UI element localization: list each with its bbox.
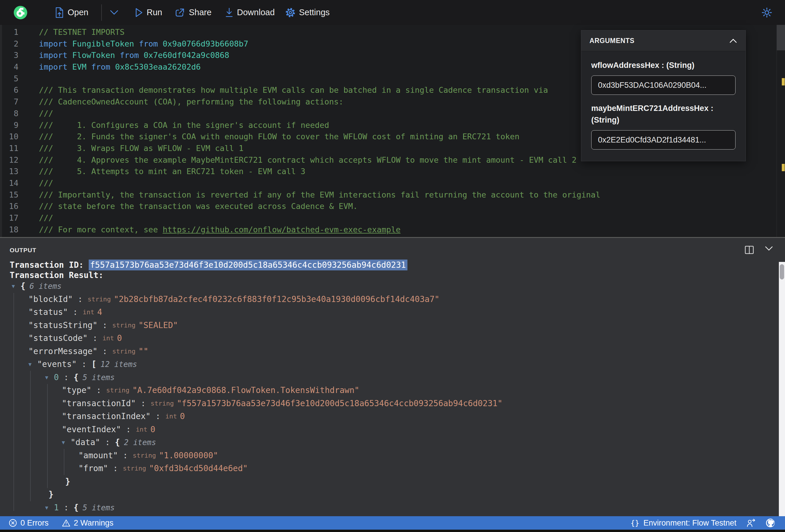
share-label: Share	[189, 8, 211, 17]
line-number: 16	[0, 200, 19, 212]
chevron-up-icon[interactable]	[729, 38, 737, 43]
expand-toggle-icon[interactable]: ▼	[28, 358, 35, 371]
indent-guide	[47, 384, 48, 488]
collapse-output-chevron-icon[interactable]	[764, 246, 773, 254]
json-row: "type" : string"A.7e60df042a9c0868.FlowT…	[0, 384, 779, 397]
open-button[interactable]: Open	[55, 7, 88, 18]
line-number: 2	[0, 38, 19, 50]
json-row: "eventIndex" : int0	[0, 423, 779, 436]
argument-label-maybeMintERC721AddressHex: maybeMintERC721AddressHex : (String)	[591, 102, 736, 126]
code-line: 16/// state before the transaction was e…	[0, 200, 785, 212]
open-dropdown-chevron-icon[interactable]	[109, 9, 119, 16]
warning-marker	[782, 78, 785, 85]
line-number: 5	[0, 73, 19, 84]
json-row: "type" : string"A.7e60df042a9c0868..."	[0, 514, 779, 516]
code-line: 17///	[0, 212, 785, 224]
json-row: "amount" : string"1.00000000"	[0, 449, 779, 462]
code-line: 14///	[0, 177, 785, 189]
settings-button[interactable]: Settings	[285, 8, 330, 18]
json-tree: ▼{6 items"blockId" : string"2b28cbfb87da…	[0, 280, 779, 516]
json-row: "statusCode" : int0	[0, 332, 779, 345]
download-button[interactable]: Download	[225, 8, 275, 18]
line-number: 6	[0, 84, 19, 96]
status-bar: 0 Errors 2 Warnings {} Environment: Flow…	[0, 516, 785, 530]
line-number: 18	[0, 224, 19, 235]
code-line: 18/// For more context, see https://gith…	[0, 224, 785, 235]
line-number: 17	[0, 212, 19, 224]
transaction-id-value[interactable]: f557a1573b76aa53e73d46f3e10d200d5c18a653…	[89, 259, 407, 270]
line-number: 1	[0, 26, 19, 38]
code-link[interactable]: https://github.com/onflow/batched-evm-ex…	[163, 225, 401, 234]
download-icon	[225, 8, 233, 18]
output-panel: OUTPUT Transaction ID: f557a1573b76aa53e…	[0, 238, 785, 516]
error-circle-x-icon	[9, 519, 17, 527]
transaction-result-label: Transaction Result:	[10, 270, 103, 280]
arguments-header: ARGUMENTS	[581, 30, 745, 51]
json-row: "status" : int4	[0, 306, 779, 319]
json-row: "errorMessage" : string""	[0, 345, 779, 358]
feedback-person-icon[interactable]	[746, 518, 756, 527]
expand-toggle-icon[interactable]: ▼	[62, 436, 68, 449]
output-scrollbar-thumb[interactable]	[780, 264, 784, 279]
indent-guide	[30, 371, 31, 501]
expand-toggle-icon[interactable]: ▼	[12, 280, 18, 293]
theme-toggle-sun-icon[interactable]	[762, 7, 772, 18]
line-number: 13	[0, 166, 19, 177]
arguments-panel: ARGUMENTS wflowAddressHex : (String) 0xd…	[581, 30, 746, 161]
transaction-id-label: Transaction ID:	[10, 260, 89, 270]
json-row: "from" : string"0xfd3b4cd50d44e6ed"	[0, 462, 779, 475]
github-icon[interactable]	[766, 518, 775, 528]
gear-icon	[285, 8, 295, 18]
warning-triangle-icon	[62, 519, 70, 527]
json-row: ▼"data" : {2 items	[0, 436, 779, 449]
code-line: 13/// 5. Attempts to mint an ERC721 toke…	[0, 166, 785, 177]
warnings-label: 2 Warnings	[74, 518, 113, 528]
environment-status[interactable]: {} Environment: Flow Testnet	[630, 518, 736, 528]
editor-scrollbar-thumb[interactable]	[777, 25, 785, 50]
run-button[interactable]: Run	[135, 8, 162, 17]
warning-marker	[782, 164, 785, 171]
errors-label: 0 Errors	[21, 518, 49, 528]
argument-input-maybeMintERC721AddressHex[interactable]: 0x2E2Ed0Cfd3AD2f1d34481...	[591, 130, 736, 150]
line-number: 11	[0, 143, 19, 154]
line-number: 8	[0, 108, 19, 119]
line-number: 10	[0, 131, 19, 143]
json-row: ▼{6 items	[0, 280, 779, 293]
line-number: 14	[0, 177, 19, 189]
output-title: OUTPUT	[10, 247, 36, 254]
json-row: "transactionId" : string"f557a1573b76aa5…	[0, 397, 779, 410]
split-editor-icon[interactable]	[744, 246, 754, 254]
arguments-title: ARGUMENTS	[589, 37, 635, 45]
json-row: "statusString" : string"SEALED"	[0, 319, 779, 332]
line-number: 15	[0, 189, 19, 201]
json-row: }	[0, 475, 779, 488]
expand-toggle-icon[interactable]: ▼	[45, 371, 52, 384]
share-button[interactable]: Share	[175, 8, 211, 17]
indent-guide	[64, 449, 65, 475]
download-label: Download	[237, 8, 275, 17]
expand-toggle-icon[interactable]: ▼	[45, 501, 52, 514]
line-number: 9	[0, 119, 19, 131]
json-row: ▼1 : {5 items	[0, 501, 779, 514]
open-label: Open	[68, 8, 88, 17]
line-number: 12	[0, 154, 19, 166]
desktop-edge	[0, 530, 785, 532]
argument-input-wflowAddressHex[interactable]: 0xd3bF53DAC106A0290B04...	[591, 76, 736, 95]
warnings-status[interactable]: 2 Warnings	[62, 518, 113, 528]
json-row: }	[0, 488, 779, 501]
arguments-body: wflowAddressHex : (String) 0xd3bF53DAC10…	[581, 51, 745, 150]
flow-runner-window: Open Run Share	[0, 0, 785, 532]
errors-status[interactable]: 0 Errors	[9, 518, 49, 528]
json-row: ▼0 : {5 items	[0, 371, 779, 384]
share-icon	[175, 8, 185, 17]
play-icon	[135, 8, 143, 17]
editor-scrollbar[interactable]	[777, 25, 785, 237]
toolbar-separator	[101, 4, 102, 21]
flow-logo-icon	[14, 6, 27, 19]
json-row: ▼"events" : [12 items	[0, 358, 779, 371]
settings-label: Settings	[299, 8, 330, 17]
argument-label-wflowAddressHex: wflowAddressHex : (String)	[591, 59, 736, 71]
code-line: 15/// Importantly, the transaction is re…	[0, 189, 785, 201]
indent-guide	[14, 293, 14, 511]
output-scrollbar[interactable]	[779, 262, 785, 516]
